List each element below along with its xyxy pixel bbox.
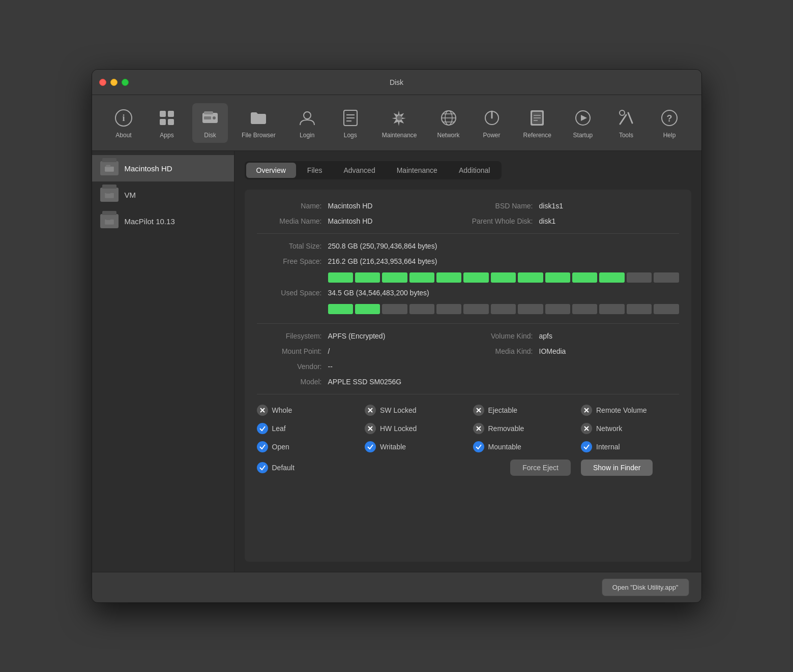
checkbox-removable: Removable (473, 423, 571, 434)
apps-icon (156, 107, 178, 129)
toolbar-item-tools[interactable]: Tools (608, 103, 644, 143)
media-kind-label: Media Kind: (468, 347, 539, 355)
whole-checkbox-icon (257, 405, 268, 416)
toolbar-item-startup[interactable]: Startup (565, 103, 601, 143)
toolbar-item-login[interactable]: Login (289, 103, 325, 143)
checkbox-leaf: Leaf (257, 423, 355, 434)
free-space-label: Free Space: (257, 257, 328, 265)
free-seg-3 (382, 272, 407, 283)
svg-rect-3 (168, 111, 174, 117)
total-size-label: Total Size: (257, 242, 328, 250)
removable-checkbox-icon (473, 423, 484, 434)
checkbox-sw-locked: SW Locked (365, 405, 463, 416)
toolbar-label-apps: Apps (160, 132, 173, 139)
used-seg-7 (491, 304, 516, 314)
checkbox-open: Open (257, 441, 355, 452)
used-seg-6 (463, 304, 488, 314)
used-seg-4 (409, 304, 434, 314)
used-seg-11 (599, 304, 624, 314)
toolbar-label-network: Network (437, 132, 460, 139)
maintenance-icon (389, 107, 410, 129)
toolbar-item-about[interactable]: i About (106, 103, 141, 143)
filesystem-row: Filesystem: APFS (Encrypted) Volume Kind… (257, 332, 679, 340)
whole-label: Whole (272, 406, 292, 414)
titlebar: Disk (92, 70, 701, 95)
ejectable-label: Ejectable (488, 406, 518, 414)
name-col: Name: Macintosh HD (257, 202, 468, 210)
model-row: Model: APPLE SSD SM0256G (257, 378, 679, 386)
maximize-button[interactable] (122, 79, 129, 86)
sidebar-label-macpilot: MacPilot 10.13 (125, 217, 175, 226)
sw-locked-checkbox-icon (365, 405, 376, 416)
svg-point-10 (304, 112, 311, 119)
tab-overview[interactable]: Overview (246, 163, 296, 178)
used-seg-10 (572, 304, 597, 314)
vendor-label: Vendor: (257, 362, 328, 371)
media-name-col: Media Name: Macintosh HD (257, 217, 468, 225)
sidebar-item-macintosh-hd[interactable]: Macintosh HD (92, 155, 234, 181)
media-name-row: Media Name: Macintosh HD Parent Whole Di… (257, 217, 679, 225)
tab-maintenance[interactable]: Maintenance (387, 163, 448, 178)
show-in-finder-button[interactable]: Show in Finder (581, 460, 653, 476)
minimize-button[interactable] (110, 79, 118, 86)
toolbar-item-help[interactable]: ? Help (652, 103, 687, 143)
vendor-value: -- (328, 362, 333, 371)
svg-rect-36 (106, 165, 110, 167)
media-name-label: Media Name: (257, 217, 328, 225)
tab-additional[interactable]: Additional (449, 163, 501, 178)
toolbar-label-reference: Reference (523, 132, 551, 139)
checkbox-hw-locked: HW Locked (365, 423, 463, 434)
parent-whole-disk-value: disk1 (539, 217, 556, 225)
leaf-checkbox-icon (257, 423, 268, 434)
toolbar-item-apps[interactable]: Apps (149, 103, 185, 143)
toolbar-label-logs: Logs (344, 132, 357, 139)
used-seg-12 (627, 304, 652, 314)
open-disk-utility-button[interactable]: Open "Disk Utility.app" (602, 578, 689, 596)
sidebar: Macintosh HD VM MacPilot 10.13 (92, 151, 234, 572)
toolbar-item-disk[interactable]: Disk (192, 103, 228, 143)
mountable-checkbox-icon (473, 441, 484, 452)
toolbar-label-about: About (115, 132, 131, 139)
internal-checkbox-icon (581, 441, 592, 452)
free-space-progress (328, 272, 679, 283)
volume-kind-label: Volume Kind: (468, 332, 539, 340)
main-content: Macintosh HD VM MacPilot 10.13 Overview … (92, 151, 701, 572)
tools-icon (615, 107, 637, 129)
used-seg-8 (518, 304, 543, 314)
toolbar-item-reference[interactable]: Reference (517, 103, 557, 143)
used-seg-13 (654, 304, 679, 314)
remote-volume-label: Remote Volume (596, 406, 647, 414)
filesystem-value: APFS (Encrypted) (328, 332, 386, 340)
network-checkbox-icon (581, 423, 592, 434)
checkbox-default: Default (257, 460, 355, 476)
toolbar-item-logs[interactable]: Logs (333, 103, 368, 143)
tab-files[interactable]: Files (297, 163, 333, 178)
checkbox-ejectable: Ejectable (473, 405, 571, 416)
svg-point-8 (213, 116, 216, 119)
reference-icon (526, 107, 548, 129)
sidebar-item-vm[interactable]: VM (92, 181, 234, 208)
close-button[interactable] (99, 79, 106, 86)
toolbar-label-help: Help (663, 132, 676, 139)
open-label: Open (272, 443, 289, 451)
svg-rect-37 (105, 193, 114, 198)
name-label: Name: (257, 202, 328, 210)
svg-rect-39 (105, 220, 114, 225)
macintosh-hd-disk-icon (100, 161, 119, 175)
svg-marker-29 (581, 115, 587, 121)
power-icon (481, 107, 503, 129)
sidebar-label-macintosh-hd: Macintosh HD (125, 164, 172, 173)
toolbar-item-file-browser[interactable]: File Browser (236, 103, 282, 143)
used-seg-5 (436, 304, 461, 314)
toolbar-item-maintenance[interactable]: Maintenance (376, 103, 423, 143)
sw-locked-label: SW Locked (380, 406, 417, 414)
tab-advanced[interactable]: Advanced (333, 163, 385, 178)
toolbar-item-network[interactable]: Network (431, 103, 466, 143)
toolbar-item-power[interactable]: Power (474, 103, 510, 143)
free-seg-5 (436, 272, 461, 283)
sidebar-item-macpilot[interactable]: MacPilot 10.13 (92, 208, 234, 234)
media-name-value: Macintosh HD (328, 217, 373, 225)
free-seg-8 (518, 272, 543, 283)
force-eject-button[interactable]: Force Eject (510, 460, 571, 476)
free-seg-9 (545, 272, 570, 283)
